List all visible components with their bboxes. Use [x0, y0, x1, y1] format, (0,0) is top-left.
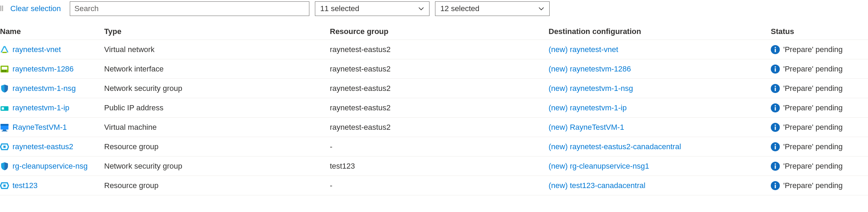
- status-text: 'Prepare' pending: [783, 65, 843, 74]
- resource-name-link[interactable]: raynetest-eastus2: [12, 142, 73, 151]
- destination-config-link[interactable]: (new) test123-canadacentral: [549, 181, 645, 190]
- status-text: 'Prepare' pending: [783, 181, 843, 190]
- resource-type-cell: Network security group: [104, 84, 330, 93]
- destination-config-link[interactable]: (new) raynetest-vnet: [549, 45, 618, 54]
- resource-type-icon: [0, 103, 9, 112]
- table-row[interactable]: raynetest-vnet Virtual network raynetest…: [0, 40, 868, 59]
- resource-group-cell: raynetest-eastus2: [330, 123, 549, 132]
- info-icon: [771, 181, 780, 190]
- resource-name-link[interactable]: test123: [12, 181, 37, 190]
- status-text: 'Prepare' pending: [783, 142, 843, 151]
- destination-name: raynetestvm-1-nsg: [570, 84, 633, 93]
- table-row[interactable]: rg-cleanupservice-nsg Network security g…: [0, 156, 868, 176]
- chevron-down-icon: [418, 6, 424, 12]
- column-header-type[interactable]: Type: [104, 27, 330, 36]
- toolbar-leading-text: ll: [0, 4, 5, 13]
- search-input[interactable]: [74, 4, 305, 13]
- table-row[interactable]: test123 Resource group - (new) test123-c…: [0, 176, 868, 195]
- info-icon: [771, 65, 780, 74]
- destination-name: RayneTestVM-1: [570, 123, 624, 132]
- status-text: 'Prepare' pending: [783, 45, 843, 54]
- resource-group-cell: test123: [330, 162, 549, 171]
- resource-name-link[interactable]: raynetest-vnet: [12, 45, 61, 54]
- column-header-name[interactable]: Name: [0, 27, 104, 36]
- resource-group-cell: -: [330, 181, 549, 190]
- resource-type-cell: Network security group: [104, 162, 330, 171]
- column-header-status[interactable]: Status: [771, 27, 868, 36]
- table-row[interactable]: raynetestvm-1-nsg Network security group…: [0, 79, 868, 98]
- resource-group-cell: raynetest-eastus2: [330, 103, 549, 112]
- info-icon: [771, 123, 780, 132]
- info-icon: [771, 162, 780, 171]
- info-icon: [771, 45, 780, 54]
- resource-type-cell: Resource group: [104, 142, 330, 151]
- destination-new-prefix: (new): [549, 45, 568, 54]
- resource-type-icon: [0, 142, 9, 151]
- destination-new-prefix: (new): [549, 84, 568, 93]
- destination-new-prefix: (new): [549, 142, 568, 151]
- destination-name: raynetest-eastus2-canadacentral: [570, 142, 681, 151]
- destination-config-link[interactable]: (new) raynetest-eastus2-canadacentral: [549, 142, 681, 151]
- destination-new-prefix: (new): [549, 162, 568, 170]
- table-row[interactable]: raynetest-eastus2 Resource group - (new)…: [0, 137, 868, 156]
- table-row[interactable]: raynetestvm-1-ip Public IP address rayne…: [0, 98, 868, 118]
- destination-new-prefix: (new): [549, 103, 568, 112]
- destination-name: test123-canadacentral: [570, 181, 645, 190]
- resource-group-cell: raynetest-eastus2: [330, 65, 549, 74]
- filter-dropdown-2[interactable]: 12 selected: [435, 1, 550, 16]
- destination-new-prefix: (new): [549, 181, 568, 190]
- resource-group-cell: raynetest-eastus2: [330, 84, 549, 93]
- destination-config-link[interactable]: (new) raynetestvm-1-ip: [549, 103, 627, 112]
- filter-dropdown-2-label: 12 selected: [440, 4, 479, 13]
- resource-group-cell: -: [330, 142, 549, 151]
- destination-config-link[interactable]: (new) raynetestvm-1-nsg: [549, 84, 633, 93]
- table-row[interactable]: raynetestvm-1286 Network interface rayne…: [0, 59, 868, 79]
- resource-type-cell: Virtual machine: [104, 123, 330, 132]
- resource-name-link[interactable]: rg-cleanupservice-nsg: [12, 162, 87, 171]
- status-text: 'Prepare' pending: [783, 84, 843, 93]
- info-icon: [771, 84, 780, 93]
- resource-type-cell: Public IP address: [104, 103, 330, 112]
- destination-name: raynetestvm-1286: [570, 65, 631, 73]
- destination-config-link[interactable]: (new) RayneTestVM-1: [549, 123, 624, 132]
- resource-type-icon: [0, 123, 9, 132]
- destination-config-link[interactable]: (new) raynetestvm-1286: [549, 65, 631, 74]
- resource-name-link[interactable]: raynetestvm-1-nsg: [12, 84, 76, 93]
- resource-group-cell: raynetest-eastus2: [330, 45, 549, 54]
- chevron-down-icon: [538, 6, 544, 12]
- resource-type-icon: [0, 45, 9, 54]
- status-text: 'Prepare' pending: [783, 162, 843, 171]
- filter-dropdown-1-label: 11 selected: [320, 4, 359, 13]
- search-box[interactable]: [70, 1, 309, 16]
- destination-name: rg-cleanupservice-nsg1: [570, 162, 649, 170]
- resource-type-icon: [0, 65, 9, 74]
- resource-name-link[interactable]: raynetestvm-1286: [12, 65, 74, 74]
- destination-name: raynetest-vnet: [570, 45, 618, 54]
- table-row[interactable]: RayneTestVM-1 Virtual machine raynetest-…: [0, 118, 868, 137]
- destination-name: raynetestvm-1-ip: [570, 103, 627, 112]
- info-icon: [771, 142, 780, 151]
- resource-type-icon: [0, 162, 9, 171]
- toolbar: ll Clear selection 11 selected 12 select…: [0, 0, 868, 21]
- destination-new-prefix: (new): [549, 123, 568, 132]
- column-header-dest[interactable]: Destination configuration: [549, 27, 771, 36]
- table-header-row: Name Type Resource group Destination con…: [0, 21, 868, 40]
- filter-dropdown-1[interactable]: 11 selected: [315, 1, 429, 16]
- info-icon: [771, 103, 780, 112]
- column-header-rg[interactable]: Resource group: [330, 27, 549, 36]
- status-text: 'Prepare' pending: [783, 123, 843, 132]
- resource-name-link[interactable]: raynetestvm-1-ip: [12, 103, 69, 112]
- destination-new-prefix: (new): [549, 65, 568, 73]
- resource-type-cell: Virtual network: [104, 45, 330, 54]
- status-text: 'Prepare' pending: [783, 103, 843, 112]
- table-body: raynetest-vnet Virtual network raynetest…: [0, 40, 868, 195]
- clear-selection-link[interactable]: Clear selection: [10, 4, 65, 13]
- destination-config-link[interactable]: (new) rg-cleanupservice-nsg1: [549, 162, 649, 171]
- resource-type-cell: Network interface: [104, 65, 330, 74]
- resource-type-icon: [0, 181, 9, 190]
- resource-type-icon: [0, 84, 9, 93]
- resource-name-link[interactable]: RayneTestVM-1: [12, 123, 67, 132]
- resource-type-cell: Resource group: [104, 181, 330, 190]
